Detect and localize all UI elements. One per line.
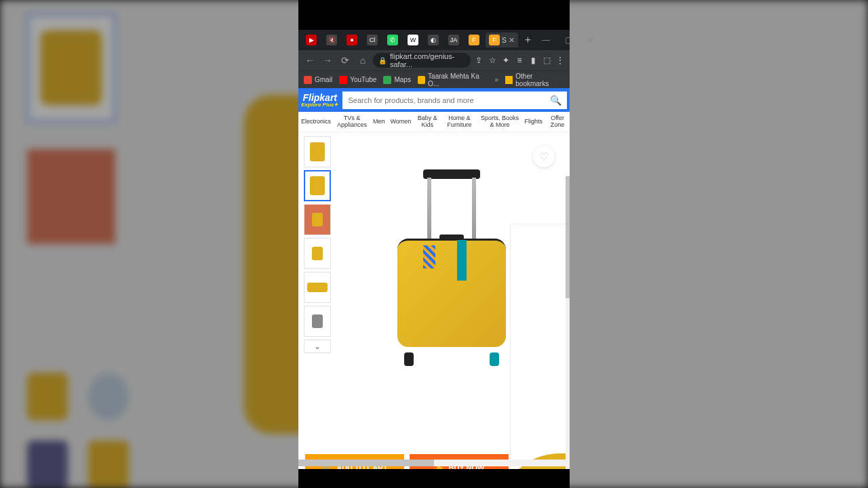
- reading-list-icon[interactable]: ≡: [514, 55, 525, 66]
- thumbnails-more[interactable]: ⌄: [304, 340, 331, 353]
- window-maximize-icon[interactable]: ▢: [561, 34, 576, 46]
- cat-baby[interactable]: Baby & Kids: [414, 115, 441, 129]
- category-bar: Electronics TVs & Appliances Men Women B…: [298, 112, 570, 132]
- nav-forward-icon[interactable]: →: [320, 53, 335, 68]
- nav-reload-icon[interactable]: ⟳: [338, 53, 353, 68]
- page-content: Flipkart Explore Plus✦ 🔍 Electronics TVs…: [298, 88, 570, 469]
- phone-nav-bar: [298, 469, 570, 488]
- chevron-down-icon: ⌄: [314, 342, 321, 351]
- new-tab-button[interactable]: +: [521, 34, 535, 46]
- lock-icon: 🔒: [378, 57, 387, 64]
- cat-tvs[interactable]: TVs & Appliances: [334, 115, 370, 129]
- cat-electronics[interactable]: Electronics: [298, 119, 334, 125]
- search-input[interactable]: [348, 96, 550, 104]
- zoom-preview-panel: [510, 224, 567, 469]
- tab-label: S: [502, 37, 507, 44]
- wishlist-button[interactable]: ♡: [533, 146, 555, 167]
- vertical-scrollbar[interactable]: [566, 176, 570, 469]
- browser-tab-active[interactable]: F S ✕: [486, 33, 518, 47]
- cat-home[interactable]: Home & Furniture: [441, 115, 477, 129]
- browser-address-bar: ← → ⟳ ⌂ 🔒 flipkart.com/genius-safar... ⇪…: [298, 50, 570, 70]
- thumbnail-4[interactable]: [304, 238, 331, 269]
- search-icon[interactable]: 🔍: [550, 95, 561, 106]
- profile-icon[interactable]: ⬚: [541, 55, 552, 66]
- nav-back-icon[interactable]: ←: [302, 53, 317, 68]
- thumbnail-5[interactable]: [304, 272, 331, 303]
- heart-icon: ♡: [539, 150, 549, 163]
- cat-sports[interactable]: Sports, Books & More: [478, 115, 522, 129]
- star-icon[interactable]: ☆: [487, 55, 498, 66]
- share-icon[interactable]: ⇪: [473, 55, 484, 66]
- window-close-icon[interactable]: ✕: [583, 34, 598, 46]
- bookmarks-bar: Gmail YouTube Maps Taarak Mehta Ka O... …: [298, 70, 570, 88]
- tab-close-icon[interactable]: ✕: [509, 36, 515, 45]
- suitcase-illustration: [391, 169, 513, 366]
- cat-men[interactable]: Men: [370, 119, 388, 125]
- cat-offer[interactable]: Offer Zone: [545, 115, 570, 129]
- flipkart-logo[interactable]: Flipkart Explore Plus✦: [301, 93, 338, 108]
- url-input[interactable]: 🔒 flipkart.com/genius-safar...: [373, 53, 471, 68]
- menu-icon[interactable]: ⋮: [555, 55, 566, 66]
- phone-frame: ▶ 🔇 ● Cl ✆ W ◐ JA F F S ✕ + — ▢ ✕ ← → ⟳ …: [298, 0, 570, 488]
- bookmark-gmail[interactable]: Gmail: [304, 76, 332, 84]
- bookmarks-overflow[interactable]: »: [495, 76, 499, 83]
- browser-tabstrip: ▶ 🔇 ● Cl ✆ W ◐ JA F F S ✕ + — ▢ ✕: [298, 30, 570, 50]
- window-minimize-icon[interactable]: —: [538, 34, 554, 46]
- nav-home-icon[interactable]: ⌂: [355, 53, 370, 68]
- search-bar[interactable]: 🔍: [342, 92, 567, 109]
- phone-status-bar: [298, 0, 570, 30]
- side-panel-icon[interactable]: ▮: [528, 55, 538, 66]
- other-bookmarks[interactable]: Other bookmarks: [505, 73, 564, 87]
- extensions-icon[interactable]: ✦: [500, 55, 511, 66]
- cat-women[interactable]: Women: [387, 119, 414, 125]
- thumbnail-strip: ⌄: [304, 136, 332, 399]
- cat-flights[interactable]: Flights: [522, 119, 546, 125]
- bookmark-youtube[interactable]: YouTube: [339, 76, 376, 84]
- bookmark-taarak[interactable]: Taarak Mehta Ka O...: [418, 73, 488, 87]
- url-text: flipkart.com/genius-safar...: [390, 53, 465, 68]
- site-header: Flipkart Explore Plus✦ 🔍: [298, 88, 570, 112]
- thumbnail-2-selected[interactable]: [304, 170, 331, 201]
- thumbnail-6[interactable]: [304, 306, 331, 337]
- bookmark-maps[interactable]: Maps: [383, 76, 410, 84]
- thumbnail-3[interactable]: [304, 204, 331, 235]
- thumbnail-1[interactable]: [304, 136, 331, 167]
- horizontal-scrollbar[interactable]: [298, 460, 570, 466]
